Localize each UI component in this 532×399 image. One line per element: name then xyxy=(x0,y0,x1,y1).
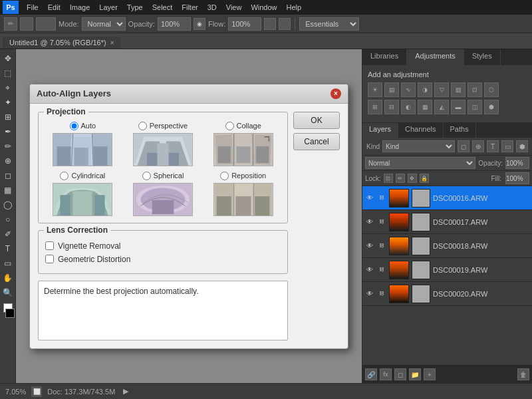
delete-layer-icon[interactable]: 🗑 xyxy=(517,368,529,380)
filter-pixel-icon[interactable]: ◻ xyxy=(458,140,469,152)
filter-shape-icon[interactable]: ▭ xyxy=(501,140,513,152)
text-tool[interactable]: T xyxy=(1,242,15,255)
smart-object-icon[interactable]: ⬢ xyxy=(484,100,499,114)
exposure-icon[interactable]: ◑ xyxy=(418,82,432,97)
layers-tab-channels[interactable]: Channels xyxy=(398,123,443,138)
colorbalance-icon[interactable]: ⊡ xyxy=(467,82,482,97)
brush-size-icon[interactable] xyxy=(20,17,33,31)
mode-select[interactable]: Normal xyxy=(82,17,126,31)
geometric-checkbox[interactable] xyxy=(45,255,54,263)
menu-file[interactable]: File xyxy=(23,2,43,13)
reposition-label[interactable]: Reposition xyxy=(231,172,266,180)
pen-tool[interactable]: ✐ xyxy=(1,227,15,241)
cancel-button[interactable]: Cancel xyxy=(293,133,340,150)
layer-visibility-icon[interactable]: 👁 xyxy=(365,241,374,251)
menu-image[interactable]: Image xyxy=(66,2,94,13)
filter-adj-icon[interactable]: ⊕ xyxy=(472,140,484,152)
layer-item[interactable]: 👁 ⛓ DSC00018.ARW xyxy=(362,234,532,258)
vignette-label[interactable]: Vignette Removal xyxy=(58,241,121,251)
color-lookup-icon[interactable]: ⊟ xyxy=(384,100,399,114)
smoothing-icon[interactable] xyxy=(279,18,291,30)
collage-label[interactable]: Collage xyxy=(237,122,261,130)
gradient-map-icon[interactable]: ▬ xyxy=(451,100,466,114)
cylindrical-label[interactable]: Cylindrical xyxy=(71,172,105,180)
select-tool[interactable]: ⬚ xyxy=(1,66,15,80)
dialog-close-button[interactable]: × xyxy=(331,88,341,99)
lock-all-icon[interactable]: 🔒 xyxy=(420,174,429,183)
background-color[interactable] xyxy=(5,309,15,318)
spherical-radio[interactable] xyxy=(142,172,151,180)
layer-visibility-icon[interactable]: 👁 xyxy=(365,289,374,299)
adjustments-tab[interactable]: Adjustments xyxy=(407,49,464,65)
brush-icon[interactable]: ✏ xyxy=(4,17,17,31)
crop-tool[interactable]: ⊞ xyxy=(1,110,15,124)
perspective-label[interactable]: Perspective xyxy=(150,122,188,130)
filter-type-icon[interactable]: T xyxy=(487,140,499,152)
layer-visibility-icon[interactable]: 👁 xyxy=(365,265,374,275)
reposition-radio[interactable] xyxy=(220,172,229,180)
menu-edit[interactable]: Edit xyxy=(44,2,65,13)
shape-tool[interactable]: ▭ xyxy=(1,257,15,270)
workspace-select[interactable]: Essentials xyxy=(299,17,359,31)
opacity-input-layers[interactable] xyxy=(505,157,529,169)
threshold-icon[interactable]: ◭ xyxy=(434,100,449,114)
perspective-radio[interactable] xyxy=(138,122,147,130)
layer-item[interactable]: 👁 ⛓ DSC00017.ARW xyxy=(362,210,532,234)
tab-close-button[interactable]: × xyxy=(110,39,114,47)
collage-radio[interactable] xyxy=(225,122,234,130)
blur-tool[interactable]: ◯ xyxy=(1,198,15,211)
levels-icon[interactable]: ▤ xyxy=(384,82,399,97)
channel-mixer-icon[interactable]: ⊞ xyxy=(368,100,382,114)
layers-tab-layers[interactable]: Layers xyxy=(362,123,398,138)
lasso-tool[interactable]: ⌖ xyxy=(1,81,15,94)
flow-input[interactable] xyxy=(228,17,261,31)
new-group-icon[interactable]: 📁 xyxy=(409,368,421,380)
new-layer-icon[interactable]: + xyxy=(424,368,436,380)
menu-window[interactable]: Window xyxy=(247,2,281,13)
add-effect-icon[interactable]: fx xyxy=(380,368,392,380)
blend-mode-select[interactable]: Normal xyxy=(365,157,475,169)
vignette-checkbox[interactable] xyxy=(45,241,54,250)
clone-tool[interactable]: ⊕ xyxy=(1,154,15,168)
brush-tool-sidebar[interactable]: ✏ xyxy=(1,140,15,153)
curves-icon[interactable]: ∿ xyxy=(401,82,416,97)
brush-preset-icon[interactable] xyxy=(36,17,56,31)
move-tool[interactable]: ✥ xyxy=(1,52,15,65)
eyedropper-tool[interactable]: ✒ xyxy=(1,125,15,138)
screen-mode-icon[interactable]: ⬜ xyxy=(31,386,42,397)
filter-smart-icon[interactable]: ⬢ xyxy=(516,140,528,152)
posterize-icon[interactable]: ▦ xyxy=(418,100,432,114)
spherical-label[interactable]: Spherical xyxy=(154,172,184,180)
styles-tab[interactable]: Styles xyxy=(464,49,501,65)
layer-item[interactable]: 👁 ⛓ DSC00016.ARW xyxy=(362,186,532,210)
opacity-input[interactable] xyxy=(158,17,191,31)
flow-icon[interactable] xyxy=(264,18,276,30)
invert-icon[interactable]: ◐ xyxy=(401,100,416,114)
layer-visibility-icon[interactable]: 👁 xyxy=(365,194,374,203)
hand-tool[interactable]: ✋ xyxy=(1,271,15,285)
layer-item[interactable]: 👁 ⛓ DSC00019.ARW xyxy=(362,258,532,282)
photo-filter-icon[interactable]: ⬡ xyxy=(484,82,499,97)
layers-tab-paths[interactable]: Paths xyxy=(444,123,476,138)
doc-info-arrow[interactable]: ▶ xyxy=(123,387,128,396)
dodge-tool[interactable]: ○ xyxy=(1,213,15,226)
lock-brush-icon[interactable]: ✏ xyxy=(396,174,405,183)
menu-layer[interactable]: Layer xyxy=(95,2,122,13)
menu-filter[interactable]: Filter xyxy=(178,2,201,13)
lock-position-icon[interactable]: ✥ xyxy=(408,174,417,183)
gradient-tool[interactable]: ▦ xyxy=(1,184,15,197)
wand-tool[interactable]: ✦ xyxy=(1,96,15,109)
link-layers-icon[interactable]: 🔗 xyxy=(365,368,377,380)
menu-select[interactable]: Select xyxy=(148,2,177,13)
geometric-label[interactable]: Geometric Distortion xyxy=(58,255,130,264)
libraries-tab[interactable]: Libraries xyxy=(362,49,407,65)
menu-help[interactable]: Help xyxy=(283,2,306,13)
fill-input[interactable] xyxy=(505,172,529,184)
vibrance-icon[interactable]: ▽ xyxy=(434,82,449,97)
brightness-icon[interactable]: ☀ xyxy=(368,82,382,97)
layer-visibility-icon[interactable]: 👁 xyxy=(365,217,374,227)
auto-label[interactable]: Auto xyxy=(81,122,96,130)
selective-color-icon[interactable]: ◫ xyxy=(467,100,482,114)
lock-transparent-icon[interactable]: ⊡ xyxy=(384,174,393,183)
cylindrical-radio[interactable] xyxy=(60,172,68,180)
